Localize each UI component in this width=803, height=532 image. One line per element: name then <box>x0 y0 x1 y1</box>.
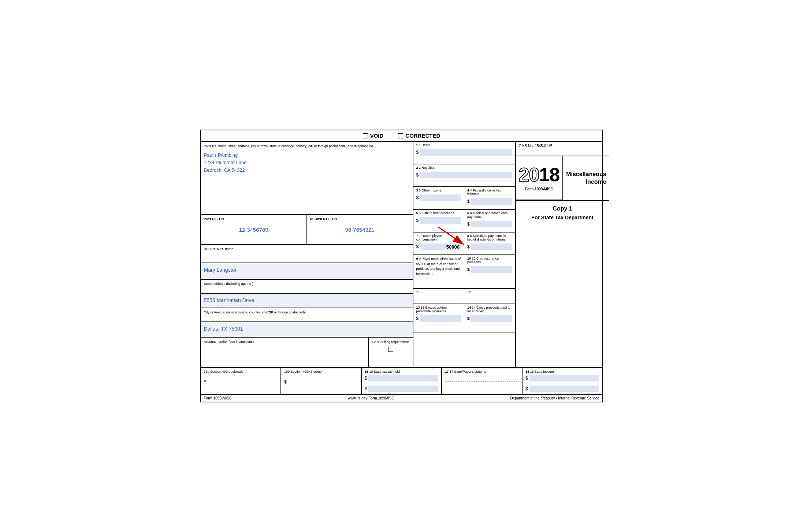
copy-desc: For State Tax Department <box>519 214 606 222</box>
year-outline-part: 20 <box>519 164 539 185</box>
box18-input1[interactable] <box>529 375 599 382</box>
box4-label: 4 4 Federal income tax withheld <box>467 189 512 196</box>
recipient-name-value: Mary Langston <box>204 267 410 273</box>
box5-dollar-sign: $ <box>416 218 419 223</box>
box5-label: 5 5 Fishing boat proceeds <box>416 211 461 215</box>
box11-12-row: 11 12 <box>413 289 515 304</box>
footer-row: Form 1099-MISC www.irs.gov/Form1099MISC … <box>201 394 602 402</box>
box18-dollar-sign2: $ <box>525 386 528 391</box>
void-item: VOID <box>363 133 384 139</box>
box3-item: 3 3 Other income $ <box>413 187 465 209</box>
box10-input[interactable] <box>471 266 512 273</box>
account-label: Account number (see instructions) <box>204 340 365 343</box>
footer-form-label: Form 1099-MISC <box>204 396 232 400</box>
box16-input2[interactable] <box>368 386 438 392</box>
box15a-block: 15a Section 409A deferrals $ <box>201 368 282 394</box>
box6-input[interactable] <box>471 221 512 227</box>
box6-item: 6 6 Medical and health care payments $ <box>464 210 515 232</box>
payer-tin-value: 12-3456789 <box>204 227 304 233</box>
misc-income-block: Miscellaneous Income <box>563 156 609 200</box>
box9-item: 9 9 Payer made direct sales of $5,000 or… <box>413 255 465 288</box>
box7-8-row: 7 7 Nonemployee compensation $ <box>413 232 515 255</box>
box18-input2[interactable] <box>529 386 599 392</box>
void-label: VOID <box>370 133 384 139</box>
box2-row: 2 2 Royalties $ <box>413 164 515 187</box>
box14-dollar-sign: $ <box>467 316 470 321</box>
box13-input[interactable] <box>420 315 461 322</box>
street-value-block: 5555 Manhattan Drive <box>201 294 413 308</box>
city-field-label: City or town, state or province, country… <box>204 310 410 314</box>
box8-item: 8 8 Substitute payments in lieu of divid… <box>464 232 515 254</box>
box12-label: 12 <box>467 290 512 294</box>
omb-block: OMB No. 1545-0115 <box>516 142 609 156</box>
bottom-section: 15a Section 409A deferrals $ 15b Section… <box>201 368 602 394</box>
box4-item: 4 4 Federal income tax withheld $ <box>464 187 515 209</box>
footer-website: www.irs.gov/Form1099MISC <box>348 396 394 400</box>
fatca-label: FATCA filing requirement <box>372 340 410 345</box>
box16-dollar-sign1: $ <box>365 376 367 381</box>
recipient-tin-label: RECIPIENT'S TIN <box>310 217 410 221</box>
recipient-name-value-block: Mary Langston <box>201 263 413 280</box>
street-value: 5555 Manhattan Drive <box>204 297 410 303</box>
form-1099-misc: VOID CORRECTED PAYER'S name, street addr… <box>200 130 603 402</box>
year-bold-part: 18 <box>539 164 560 185</box>
box1-dollar-sign: $ <box>416 150 419 155</box>
box14-label: 14 14 Gross proceeds paid to an attorney <box>467 306 512 313</box>
box5-6-row: 5 5 Fishing boat proceeds $ 6 6 Medical … <box>413 210 515 232</box>
box2-input[interactable] <box>420 172 512 178</box>
box16-dollar-sign2: $ <box>365 386 367 391</box>
payer-tin-label: PAYER'S TIN <box>204 217 304 221</box>
box8-input[interactable] <box>471 243 512 250</box>
box16-input1[interactable] <box>368 375 438 382</box>
form-name-small: Form 1099-MISC <box>525 187 553 191</box>
box12-item: 12 <box>464 289 515 304</box>
account-fatca-row: Account number (see instructions) FATCA … <box>201 337 413 367</box>
box14-input[interactable] <box>471 315 512 322</box>
box7-item: 7 7 Nonemployee compensation $ <box>413 232 465 254</box>
box11-item: 11 <box>413 289 465 304</box>
recipient-name-field-label: RECIPIENT'S name <box>204 247 410 251</box>
box15b-label: 15b Section 409A income <box>284 370 358 373</box>
payer-block: PAYER'S name, street address, city or to… <box>201 142 413 215</box>
box16-label: 16 16 State tax withheld <box>365 370 439 373</box>
box3-input[interactable] <box>420 194 461 201</box>
box13-14-row: 13 13 Excess golden parachute payments $… <box>413 304 515 332</box>
void-checkbox[interactable] <box>363 133 368 138</box>
street-label-block: Street address (including apt. no.) <box>201 280 413 294</box>
box6-label: 6 6 Medical and health care payments <box>467 211 512 219</box>
box1-row: 1 1 Rents $ <box>413 142 515 164</box>
copy-label: Copy 1 <box>519 205 606 212</box>
omb-number: OMB No. 1545-0115 <box>519 144 606 148</box>
box2-label: 2 2 Royalties <box>416 166 512 170</box>
right-section: OMB No. 1545-0115 2018 Form 1099-MISC Mi… <box>516 142 609 367</box>
box5-input[interactable] <box>420 217 461 224</box>
box7-input[interactable]: 50000 <box>420 243 461 250</box>
city-value: Dallas, TX 75001 <box>204 326 410 332</box>
box13-item: 13 13 Excess golden parachute payments $ <box>413 304 465 332</box>
box10-item: 10 10 Crop insurance proceeds $ <box>464 255 515 288</box>
box18-dollar-sign1: $ <box>525 376 528 381</box>
box4-input[interactable] <box>471 198 512 205</box>
box1-item: 1 1 Rents $ <box>413 142 515 164</box>
box7-dollar-sign: $ <box>416 244 419 249</box>
payer-info: Paul's Plumbing 1234 Plummer Lane Bedroc… <box>204 152 410 174</box>
payer-city-state-zip: Bedrock, CA 54322 <box>204 167 410 174</box>
box18-block: 18 18 State income $ $ <box>523 368 602 394</box>
box3-4-row: 3 3 Other income $ 4 4 Federal income ta… <box>413 187 515 210</box>
recipient-tin-value: 98-7654321 <box>310 227 410 233</box>
year-block: 2018 Form 1099-MISC <box>516 156 564 200</box>
box16-block: 16 16 State tax withheld $ $ <box>362 368 442 394</box>
box18-label: 18 18 State income <box>525 370 599 373</box>
box9-label: 9 9 Payer made direct sales of $5,000 or… <box>416 257 461 276</box>
box3-label: 3 3 Other income <box>416 189 461 192</box>
left-section: PAYER'S name, street address, city or to… <box>201 142 413 367</box>
corrected-checkbox[interactable] <box>398 133 403 138</box>
payer-tin-block: PAYER'S TIN 12-3456789 <box>201 215 307 244</box>
middle-section: 1 1 Rents $ 2 2 Royalties $ <box>413 142 516 367</box>
box6-dollar-sign: $ <box>467 222 470 227</box>
copy-section: Copy 1 For State Tax Department <box>516 201 609 226</box>
box1-input[interactable] <box>420 149 512 156</box>
street-field-label: Street address (including apt. no.) <box>204 282 410 286</box>
box13-dollar-sign: $ <box>416 316 419 321</box>
fatca-checkbox[interactable] <box>388 347 393 352</box>
